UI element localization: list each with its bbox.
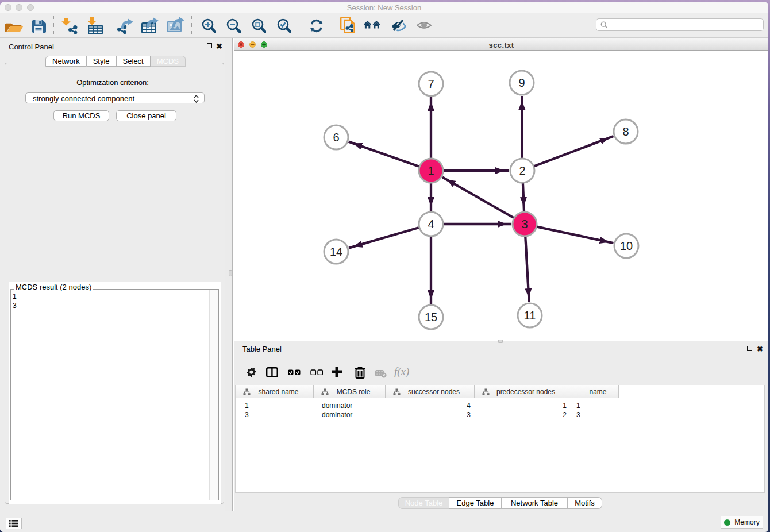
svg-text:3: 3: [521, 218, 528, 230]
svg-text:10: 10: [620, 240, 633, 252]
svg-text:14: 14: [330, 245, 342, 258]
svg-text:4: 4: [428, 218, 434, 230]
svg-text:7: 7: [428, 78, 434, 90]
svg-text:8: 8: [622, 125, 629, 138]
svg-text:11: 11: [524, 309, 536, 322]
svg-text:1: 1: [428, 164, 434, 177]
svg-text:6: 6: [333, 131, 339, 144]
svg-text:15: 15: [425, 311, 437, 323]
svg-text:2: 2: [519, 164, 525, 177]
svg-text:9: 9: [518, 76, 525, 89]
